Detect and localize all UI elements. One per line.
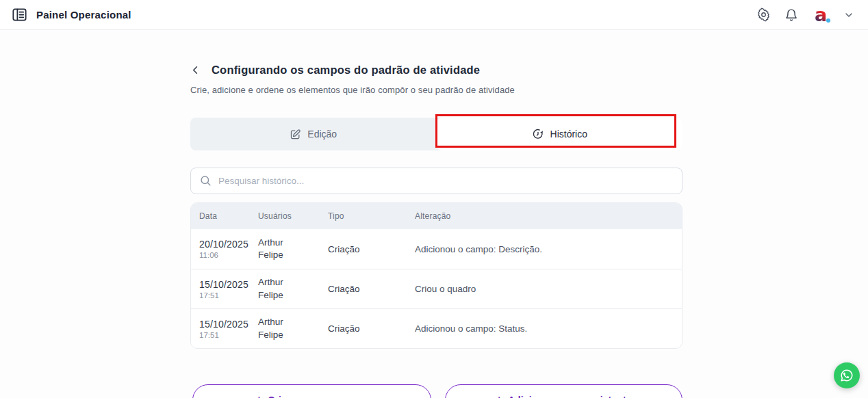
row-time: 17:51 (199, 331, 258, 339)
row-date: 15/10/2025 (199, 279, 258, 290)
create-new-field-label: Criar um campo novo (268, 395, 368, 398)
back-chevron-icon[interactable] (190, 65, 201, 75)
row-type: Criação (328, 284, 415, 294)
notifications-bell-icon[interactable] (784, 8, 798, 22)
row-user: Arthur Felipe (258, 276, 296, 301)
table-row: 15/10/2025 17:51 Arthur Felipe Criação C… (191, 269, 682, 308)
edit-pencil-icon (290, 129, 301, 140)
history-table: Data Usuários Tipo Alteração 20/10/2025 … (190, 202, 682, 349)
settings-gear-icon[interactable] (756, 8, 771, 22)
row-time: 11:06 (199, 251, 258, 259)
column-header-usuarios: Usuários (258, 211, 328, 221)
plus-icon: + (496, 394, 502, 398)
account-chevron-down-icon[interactable] (843, 10, 854, 21)
column-header-alteracao: Alteração (415, 211, 682, 221)
row-user: Arthur Felipe (258, 316, 296, 341)
brand-logo-letter: a (815, 5, 827, 24)
brand-logo[interactable]: a (812, 5, 830, 25)
search-icon (199, 174, 212, 187)
main-content: Configurando os campos do padrão de ativ… (190, 30, 682, 398)
plus-icon: + (256, 394, 262, 398)
table-row: 20/10/2025 11:06 Arthur Felipe Criação A… (191, 229, 682, 269)
brand-logo-dot (826, 18, 830, 23)
tab-historico-label: Histórico (550, 129, 587, 140)
column-header-tipo: Tipo (328, 211, 415, 221)
row-user: Arthur Felipe (258, 237, 296, 261)
add-existing-field-label: Adicionar campo existente (508, 395, 632, 398)
create-new-field-button[interactable]: + Criar um campo novo (192, 384, 431, 398)
tab-edicao[interactable]: Edição (190, 118, 437, 150)
topbar: Painel Operacional a (0, 0, 868, 30)
page-title: Configurando os campos do padrão de ativ… (212, 64, 480, 77)
tab-bar: Edição Histórico (190, 118, 682, 150)
history-table-header: Data Usuários Tipo Alteração (191, 203, 682, 229)
row-change: Criou o quadro (415, 284, 675, 294)
row-change: Adicionou o campo: Status. (415, 323, 675, 334)
row-date: 15/10/2025 (199, 319, 258, 330)
row-date: 20/10/2025 (199, 239, 258, 250)
whatsapp-button[interactable] (834, 362, 860, 388)
search-box (190, 168, 682, 194)
page-subtitle: Crie, adicione e ordene os elementos que… (190, 85, 682, 95)
row-type: Criação (328, 323, 415, 334)
table-row: 15/10/2025 17:51 Arthur Felipe Criação A… (191, 308, 682, 348)
tab-historico[interactable]: Histórico (437, 118, 683, 150)
row-time: 17:51 (199, 291, 258, 300)
history-clock-icon (532, 128, 544, 140)
search-input[interactable] (218, 176, 674, 186)
add-existing-field-button[interactable]: + Adicionar campo existente (445, 384, 682, 398)
row-type: Criação (328, 244, 415, 254)
tab-edicao-label: Edição (307, 129, 337, 140)
footer-actions: + Criar um campo novo + Adicionar campo … (190, 384, 682, 398)
row-change: Adicionou o campo: Descrição. (415, 244, 675, 254)
column-header-data: Data (191, 211, 258, 221)
sidebar-panel-icon[interactable] (11, 6, 28, 23)
whatsapp-icon (838, 367, 856, 384)
app-title: Painel Operacional (36, 9, 131, 21)
